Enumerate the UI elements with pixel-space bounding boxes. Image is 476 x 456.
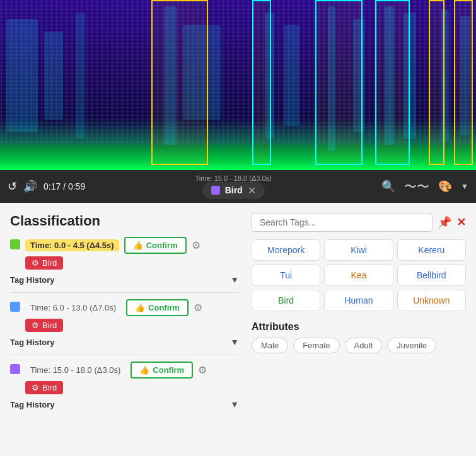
segment-row-3: Time: 15.0 - 18.0 (Δ3.0s) 👍 Confirm ⚙ ⚙ … (10, 362, 239, 397)
tag-history-label-1: Tag History (10, 275, 55, 285)
attr-adult[interactable]: Adult (345, 338, 383, 353)
tag-chip-row-3: ⚙ Bird (25, 381, 239, 397)
classification-title: Classification (10, 213, 239, 229)
segment-color-swatch-3 (10, 364, 20, 374)
segment-block-2: Time: 6.0 - 13.0 (Δ7.0s) 👍 Confirm ⚙ ⚙ B… (10, 299, 239, 355)
thumbs-up-icon-1: 👍 (133, 241, 143, 250)
selection-box-1 (151, 0, 208, 165)
segment-left-2 (10, 299, 20, 312)
right-panel: 📌 ✕ Morepork Kiwi Kereru Tui Kea Bellbir… (252, 213, 466, 418)
chevron-down-icon-1: ▼ (230, 275, 239, 285)
spec-blob (6, 19, 38, 132)
confirm-button-1[interactable]: 👍 Confirm (124, 237, 187, 254)
tag-chip-gear-3: ⚙ (32, 383, 39, 392)
attr-female[interactable]: Female (293, 338, 339, 353)
tags-grid: Morepork Kiwi Kereru Tui Kea Bellbird Bi… (252, 239, 466, 311)
confirm-button-2[interactable]: 👍 Confirm (126, 299, 189, 316)
palette-icon[interactable]: 🎨 (438, 180, 452, 193)
player-tag-bubble: Bird ✕ (202, 182, 265, 199)
player-bar: ↺ 🔊 0:17 / 0:59 Time: 15.0 - 18.0 (Δ3.0s… (0, 170, 476, 203)
selection-box-2 (252, 0, 271, 165)
segment-right-1: Time: 0.0 - 4.5 (Δ4.5s) 👍 Confirm ⚙ ⚙ Bi… (25, 237, 239, 272)
tag-history-label-3: Tag History (10, 400, 55, 409)
segment-time-label-2: Time: 6.0 - 13.0 (Δ7.0s) (25, 302, 121, 314)
search-tags-input[interactable] (252, 213, 432, 232)
spec-blob (76, 13, 85, 139)
selection-box-3 (315, 0, 363, 165)
tag-morepork[interactable]: Morepork (252, 239, 320, 261)
selection-box-5 (429, 0, 444, 165)
selection-box-4 (375, 0, 410, 165)
segment-block-1: Time: 0.0 - 4.5 (Δ4.5s) 👍 Confirm ⚙ ⚙ Bi… (10, 237, 239, 293)
segment-color-swatch-2 (10, 302, 20, 312)
waveform-icon[interactable]: 〜〜 (404, 178, 429, 195)
gear-button-2[interactable]: ⚙ (194, 302, 202, 314)
tag-human[interactable]: Human (324, 290, 393, 311)
segment-left-3 (10, 362, 20, 374)
thumbs-up-icon-3: 👍 (139, 365, 149, 375)
attr-male[interactable]: Male (252, 338, 288, 353)
segment-row-2: Time: 6.0 - 13.0 (Δ7.0s) 👍 Confirm ⚙ ⚙ B… (10, 299, 239, 334)
segment-left-1 (10, 237, 20, 249)
segment-time-row-2: Time: 6.0 - 13.0 (Δ7.0s) 👍 Confirm ⚙ (25, 299, 239, 316)
confirm-button-3[interactable]: 👍 Confirm (131, 362, 193, 379)
pin-button[interactable]: 📌 (438, 215, 451, 229)
tag-chip-2: ⚙ Bird (25, 319, 63, 332)
divider-2 (10, 355, 239, 355)
player-right-icons: 🔍 〜〜 🎨 ▼ (381, 178, 468, 195)
palette-chevron[interactable]: ▼ (461, 182, 468, 191)
segment-right-2: Time: 6.0 - 13.0 (Δ7.0s) 👍 Confirm ⚙ ⚙ B… (25, 299, 239, 334)
tag-history-label-2: Tag History (10, 338, 55, 347)
selection-box-6 (454, 0, 473, 165)
segment-time-label-3: Time: 15.0 - 18.0 (Δ3.0s) (25, 364, 125, 376)
chevron-down-icon-2: ▼ (230, 337, 239, 347)
main-content: Classification Time: 0.0 - 4.5 (Δ4.5s) 👍… (0, 203, 476, 428)
segment-time-label-1: Time: 0.0 - 4.5 (Δ4.5s) (25, 239, 119, 251)
tag-tui[interactable]: Tui (252, 265, 320, 286)
tag-chip-row-1: ⚙ Bird (25, 256, 239, 272)
clear-button[interactable]: ✕ (456, 215, 466, 229)
attr-juvenile[interactable]: Juvenile (387, 338, 436, 353)
spec-blob (284, 25, 299, 126)
tag-color-indicator (211, 186, 220, 195)
tag-kea[interactable]: Kea (324, 265, 393, 286)
tag-chip-gear-1: ⚙ (32, 258, 39, 268)
tag-chip-3: ⚙ Bird (25, 381, 63, 394)
chevron-down-icon-3: ▼ (230, 399, 239, 409)
tag-kiwi[interactable]: Kiwi (324, 239, 393, 261)
tag-history-row-2[interactable]: Tag History ▼ (10, 334, 239, 350)
search-row: 📌 ✕ (252, 213, 466, 232)
tag-time-label: Time: 15.0 - 18.0 (Δ3.0s) (195, 174, 272, 182)
player-tag-close-button[interactable]: ✕ (248, 185, 256, 197)
replay-button[interactable]: ↺ (8, 180, 17, 193)
attributes-title: Attributes (252, 321, 466, 333)
left-panel: Classification Time: 0.0 - 4.5 (Δ4.5s) 👍… (10, 213, 239, 418)
player-time-display: 0:17 / 0:59 (44, 181, 85, 191)
tag-history-row-3[interactable]: Tag History ▼ (10, 397, 239, 412)
gear-button-3[interactable]: ⚙ (198, 364, 207, 376)
segment-time-row-1: Time: 0.0 - 4.5 (Δ4.5s) 👍 Confirm ⚙ (25, 237, 239, 254)
tag-unknown[interactable]: Unknown (397, 290, 466, 311)
tag-bellbird[interactable]: Bellbird (397, 265, 466, 286)
segment-row-1: Time: 0.0 - 4.5 (Δ4.5s) 👍 Confirm ⚙ ⚙ Bi… (10, 237, 239, 272)
spectrogram (0, 0, 476, 170)
segment-color-swatch-1 (10, 239, 20, 249)
tag-chip-1: ⚙ Bird (25, 256, 63, 270)
segment-right-3: Time: 15.0 - 18.0 (Δ3.0s) 👍 Confirm ⚙ ⚙ … (25, 362, 239, 397)
tag-kereru[interactable]: Kereru (397, 239, 466, 261)
volume-button[interactable]: 🔊 (23, 180, 37, 193)
thumbs-up-icon-2: 👍 (135, 303, 145, 312)
tag-chip-gear-2: ⚙ (32, 321, 39, 330)
spec-blob (44, 31, 63, 120)
divider-1 (10, 292, 239, 293)
tag-chip-row-2: ⚙ Bird (25, 319, 239, 334)
tag-bird[interactable]: Bird (252, 290, 320, 311)
segment-time-row-3: Time: 15.0 - 18.0 (Δ3.0s) 👍 Confirm ⚙ (25, 362, 239, 379)
segment-block-3: Time: 15.0 - 18.0 (Δ3.0s) 👍 Confirm ⚙ ⚙ … (10, 362, 239, 412)
tag-history-row-1[interactable]: Tag History ▼ (10, 272, 239, 287)
gear-button-1[interactable]: ⚙ (192, 239, 200, 251)
attributes-row: Male Female Adult Juvenile (252, 338, 466, 353)
zoom-icon[interactable]: 🔍 (381, 180, 395, 193)
player-tag-label: Bird (225, 185, 243, 195)
